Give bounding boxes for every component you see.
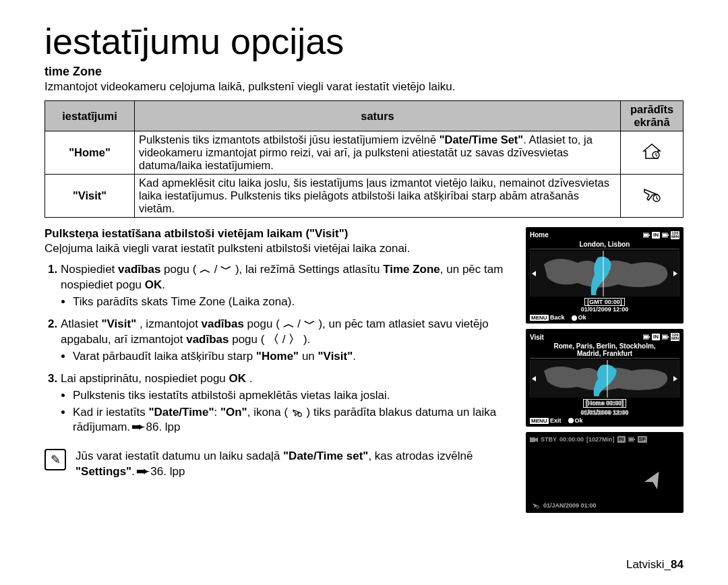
svg-rect-27 <box>629 438 633 441</box>
ok-dot-icon <box>568 418 574 423</box>
timezone-table: iestatījumi saturs parādītsekrānā "Home"… <box>44 100 684 218</box>
home-clock-icon <box>621 131 684 175</box>
svg-rect-23 <box>530 437 535 442</box>
battery-icon <box>662 334 669 340</box>
camera-icon <box>530 436 538 443</box>
svg-rect-15 <box>644 336 648 338</box>
status-icons: IN 120MIN <box>643 231 679 239</box>
battery-icon <box>643 334 650 340</box>
step3-sub1: Pulkstenis tiks iestatīts atbilstoši apm… <box>73 388 518 404</box>
svg-point-2 <box>298 413 301 417</box>
screen-visit-label: Visit <box>530 334 544 341</box>
note-text: Jūs varat iestatīt datumu un laiku sadaļ… <box>75 449 473 480</box>
screen-home-cities: London, Lisbon <box>530 241 679 249</box>
cell-setting-home: "Home" <box>45 131 135 175</box>
screen-visit: Visit IN 120MIN Rome, Paris, Berlin, Sto… <box>526 329 684 426</box>
screen-home: Home IN 120MIN London, Lisbon <box>526 227 684 324</box>
table-row: "Home" Pulkstenis tiks izmantots atbilst… <box>45 131 684 175</box>
in-badge: IN <box>652 232 660 239</box>
sf-badge: SF <box>638 436 647 443</box>
page-footer: Latviski_84 <box>626 558 684 572</box>
svg-rect-17 <box>667 336 669 338</box>
chevron-down-icon: ﹀ <box>304 317 315 332</box>
svg-rect-4 <box>648 235 650 236</box>
visit-intro: Ceļojuma laikā viegli varat iestatīt pul… <box>44 242 518 255</box>
chevron-left-icon: 〈 <box>268 332 279 348</box>
cell-content-visit: Kad apmeklēsit citu laika joslu, šis ies… <box>135 175 621 218</box>
svg-rect-7 <box>667 235 669 236</box>
stby-label: STBY <box>541 436 557 443</box>
svg-rect-18 <box>663 336 667 338</box>
svg-marker-28 <box>644 469 665 489</box>
step-3: Lai apstiprinātu, nospiediet pogu OK . P… <box>61 371 518 436</box>
screen-visit-cities: Rome, Paris, Berlin, Stockholm,Madrid, F… <box>530 342 679 359</box>
svg-rect-14 <box>648 336 650 338</box>
min-badge: 120MIN <box>671 333 679 341</box>
chevron-up-icon: ︿ <box>200 262 211 278</box>
stby-time: 00:00:00 <box>559 436 584 443</box>
step3-sub2: Kad ir iestatīts "Date/Time": "On", ikon… <box>73 405 518 436</box>
min-badge: 120MIN <box>671 231 679 239</box>
ok-dot-icon <box>572 315 577 321</box>
chevron-up-icon: ︿ <box>283 317 295 332</box>
chevron-down-icon: ﹀ <box>220 262 232 278</box>
table-row: "Visit" Kad apmeklēsit citu laika joslu,… <box>45 175 684 218</box>
status-icons: IN 120MIN <box>643 333 679 341</box>
battery-icon <box>643 233 650 238</box>
visit-heading: Pulksteņa iestatīšana atbilstoši vietēja… <box>44 227 518 241</box>
back-label: Back <box>550 314 565 321</box>
world-map <box>530 251 679 297</box>
exit-label: Exit <box>550 417 562 424</box>
cell-setting-visit: "Visit" <box>45 175 135 218</box>
direction-arrow-icon <box>644 469 665 494</box>
step1-sub: Tiks parādīts skats Time Zone (Laika zon… <box>73 295 518 310</box>
th-settings: iestatījumi <box>45 101 135 131</box>
in-badge: IN <box>617 436 626 443</box>
battery-icon <box>662 233 669 238</box>
intro-text: Izmantojot videokameru ceļojuma laikā, p… <box>44 80 684 94</box>
svg-rect-8 <box>663 234 667 237</box>
note-icon: ✎ <box>44 449 66 470</box>
battery-icon <box>628 437 635 442</box>
plane-clock-icon <box>291 408 303 417</box>
in-badge: IN <box>652 334 660 340</box>
menu-button: MENU <box>530 418 549 424</box>
page-title: iestatījumu opcijas <box>44 20 684 62</box>
home-time-label: [Home 00:00] <box>583 399 627 408</box>
menu-button: MENU <box>530 315 549 321</box>
th-screen: parādītsekrānā <box>621 101 684 131</box>
stby-date: 01/JAN/2009 01:00 <box>543 502 597 509</box>
chevron-right-icon: 〉 <box>289 332 300 348</box>
step-2: Atlasiet "Visit" , izmantojot vadības po… <box>61 317 518 365</box>
plane-clock-icon <box>621 175 684 218</box>
date-label: 01/01/2009 12:00 <box>530 306 679 313</box>
svg-marker-24 <box>535 437 538 442</box>
cell-content-home: Pulkstenis tiks izmantots atbilstoši jūs… <box>135 131 621 175</box>
step2-sub: Varat pārbaudīt laika atšķirību starp "H… <box>73 349 518 365</box>
th-content: saturs <box>135 101 621 131</box>
step-1: Nospiediet vadības pogu ( ︿ / ﹀ ), lai r… <box>61 262 518 310</box>
world-map <box>530 360 679 398</box>
ok-label: Ok <box>575 417 583 424</box>
screen-home-label: Home <box>530 231 549 239</box>
gmt-label: [GMT 00:00] <box>584 298 625 307</box>
date-label: 01/01/2009 12:00 <box>530 409 679 416</box>
svg-rect-5 <box>644 234 648 237</box>
stby-remain: [1027Min] <box>586 436 615 443</box>
steps-list: Nospiediet vadības pogu ( ︿ / ﹀ ), lai r… <box>44 262 518 435</box>
ok-label: Ok <box>578 314 586 321</box>
svg-rect-26 <box>634 439 635 440</box>
screen-stby: STBY 00:00:00 [1027Min] IN SF 01/JAN/200… <box>526 432 684 513</box>
plane-clock-icon <box>531 502 541 509</box>
section-heading: time Zone <box>44 65 684 79</box>
svg-point-29 <box>537 505 539 508</box>
